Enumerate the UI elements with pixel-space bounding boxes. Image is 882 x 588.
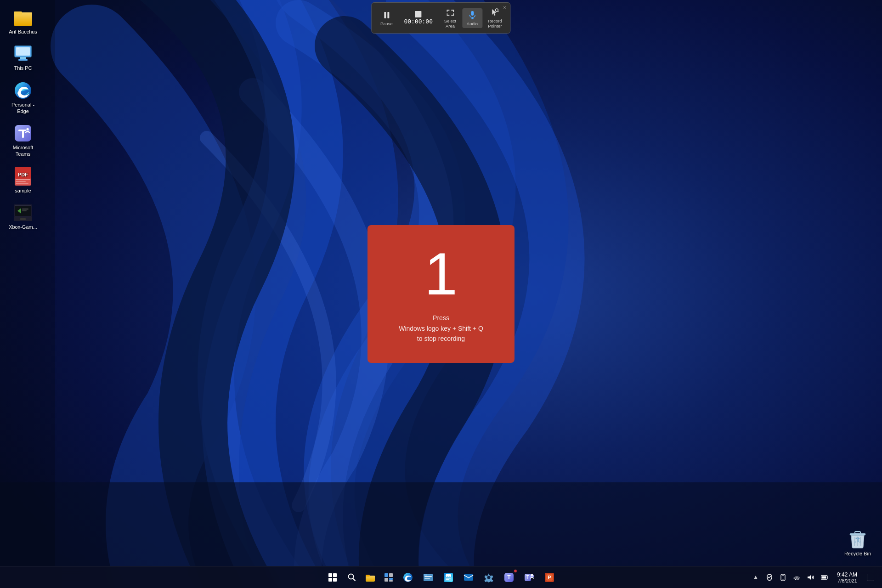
select-area-label: Select Area [444,18,456,28]
recycle-bin[interactable]: Recycle Bin [842,526,873,560]
desktop-icon-personal-edge[interactable]: Personal - Edge [5,78,41,119]
svg-rect-13 [22,130,24,138]
svg-point-77 [783,579,784,580]
svg-text:P: P [548,575,551,580]
svg-line-31 [854,537,855,546]
taskbar-center-items: T T [323,568,559,587]
audio-label: Audio [467,21,478,26]
widgets-button[interactable] [380,569,397,586]
audio-button[interactable]: Audio [462,8,482,28]
sample-label: sample [15,187,31,194]
select-area-button[interactable]: Select Area [440,6,460,30]
svg-rect-58 [424,574,427,576]
start-button[interactable] [323,568,342,587]
battery-icon[interactable] [820,572,830,582]
timer-display: 00:00:00 [398,9,438,27]
svg-rect-50 [384,578,388,582]
svg-text:T: T [526,575,529,580]
countdown-overlay: 1 Press Windows logo key + Shift + Q to … [368,225,514,363]
clock[interactable]: 9:42 AM 7/8/2021 [833,571,861,584]
this-pc-label: This PC [14,65,32,71]
phone-icon[interactable] [778,572,788,582]
taskbar: T T [0,566,882,588]
xbox-game-label: Xbox-Gam... [9,224,37,230]
svg-rect-47 [366,575,370,577]
svg-rect-28 [20,218,26,220]
user-folder-icon [14,8,32,27]
cursor-icon [490,7,500,17]
svg-text:T: T [507,574,511,581]
svg-point-15 [27,128,29,130]
desktop-icon-xbox-game[interactable]: Xbox-Gam... [5,200,41,234]
svg-rect-9 [18,59,28,61]
svg-rect-57 [424,578,430,579]
svg-text:PDF: PDF [18,172,28,177]
svg-rect-52 [389,580,393,582]
desktop-icon-arif-bacchus[interactable]: Arif Bacchus [5,5,41,39]
recycle-bin-icon [848,530,867,548]
svg-point-78 [796,579,797,580]
mail-taskbar-button[interactable] [459,568,478,587]
pdf-icon: PDF [14,167,32,186]
countdown-line3: to stop recording [417,335,465,342]
svg-line-44 [353,578,355,581]
svg-rect-81 [827,577,828,578]
clock-time: 9:42 AM [837,571,857,578]
sound-icon[interactable] [806,572,816,582]
svg-rect-61 [446,578,451,579]
svg-rect-41 [328,578,332,582]
network-icon[interactable] [792,572,802,582]
microphone-icon [467,10,477,20]
svg-rect-34 [471,11,474,16]
recycle-bin-label: Recycle Bin [844,550,871,557]
record-pointer-label: Record Pointer [488,18,502,28]
svg-rect-21 [16,183,28,184]
svg-rect-19 [16,179,30,180]
personal-edge-label: Personal - Edge [6,102,40,115]
pause-button[interactable]: Pause [376,8,396,28]
svg-point-37 [495,9,498,11]
desktop-icon-sample[interactable]: PDF sample [5,164,41,198]
svg-point-64 [487,576,491,579]
svg-marker-79 [808,575,811,580]
system-tray: 9:42 AM 7/8/2021 [751,571,876,584]
powerpoint-taskbar-button[interactable]: P [540,568,559,587]
security-icon[interactable] [764,572,775,582]
microsoft-teams-label: Microsoft Teams [6,144,40,158]
teams-app-taskbar-button[interactable]: T [520,568,538,587]
notification-button[interactable] [865,572,876,582]
countdown-text: Press Windows logo key + Shift + Q to st… [399,313,483,344]
countdown-line1: Press [433,314,449,322]
svg-rect-62 [446,579,449,580]
svg-rect-76 [782,575,784,576]
svg-rect-8 [20,57,26,59]
edge-taskbar-button[interactable] [399,568,417,587]
svg-marker-74 [754,576,758,579]
store-taskbar-button[interactable] [439,568,458,587]
svg-rect-51 [389,578,393,580]
desktop-icon-this-pc[interactable]: This PC [5,41,41,75]
pause-icon [381,10,391,20]
svg-point-70 [531,574,533,576]
desktop-icon-microsoft-teams[interactable]: Microsoft Teams [5,120,41,161]
svg-rect-49 [389,573,393,577]
desktop: Arif Bacchus This PC [0,0,882,588]
settings-taskbar-button[interactable] [480,568,498,587]
edge-icon [14,81,32,100]
timer-value: 00:00:00 [402,18,435,25]
xbox-icon [14,204,32,222]
countdown-number: 1 [424,244,458,304]
svg-rect-40 [333,573,337,577]
svg-rect-63 [464,574,473,581]
clock-date: 7/8/2021 [837,578,857,583]
files-taskbar-button[interactable] [419,568,437,587]
show-hidden-icon[interactable] [751,572,761,582]
teams-badge [514,569,517,573]
svg-rect-56 [424,576,432,577]
search-button[interactable] [344,569,360,586]
svg-rect-25 [22,209,28,209]
close-button[interactable]: × [501,4,508,11]
file-explorer-button[interactable] [362,569,379,586]
svg-rect-30 [855,531,860,534]
teams-chat-taskbar-button[interactable]: T [500,568,518,587]
